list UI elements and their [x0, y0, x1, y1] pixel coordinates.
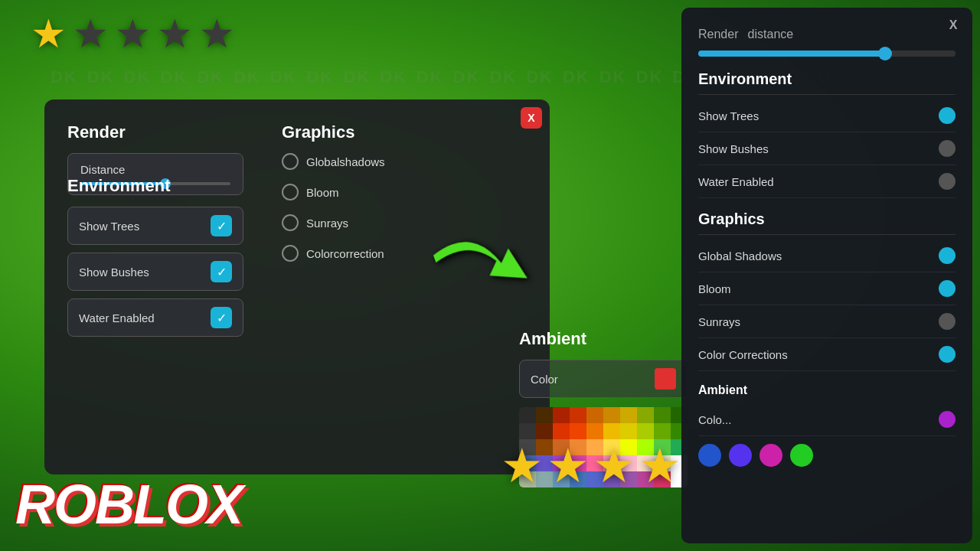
- right-show-trees-toggle[interactable]: [939, 107, 956, 124]
- left-water-enabled-checkbox[interactable]: ✓: [211, 307, 232, 328]
- left-show-trees-label: Show Trees: [79, 220, 139, 233]
- right-bloom-label: Bloom: [698, 282, 731, 295]
- right-color-corrections-row: Color Corrections: [698, 338, 956, 371]
- right-render-title: Render distance: [698, 23, 956, 43]
- stars-bottom-row: ★ ★ ★ ★: [501, 442, 681, 490]
- left-show-trees-checkbox[interactable]: ✓: [211, 215, 232, 236]
- palette-color-cell[interactable]: [637, 407, 654, 423]
- left-colorcorrection-item: Colorcorrection: [282, 245, 385, 262]
- right-ambient-section: Ambient Colo...: [698, 383, 956, 467]
- palette-color-cell[interactable]: [570, 423, 586, 439]
- right-environment-title: Environment: [698, 70, 956, 88]
- left-show-bushes-item: Show Bushes ✓: [67, 253, 243, 291]
- right-global-shadows-label: Global Shadows: [698, 249, 782, 262]
- palette-color-cell[interactable]: [536, 423, 553, 439]
- palette-color-cell[interactable]: [654, 407, 671, 423]
- palette-color-cell[interactable]: [570, 407, 586, 423]
- right-water-enabled-label: Water Enabled: [698, 175, 774, 188]
- palette-color-cell[interactable]: [519, 407, 536, 423]
- right-sunrays-toggle[interactable]: [939, 313, 956, 330]
- stars-bottom-4: ★: [639, 442, 681, 490]
- roblox-logo-text: ROBLOX: [15, 473, 242, 536]
- palette-color-cell[interactable]: [603, 407, 620, 423]
- right-ambient-color-row: Colo...: [698, 403, 956, 436]
- left-colorcorrection-radio[interactable]: [282, 245, 299, 262]
- left-render-slider-label: Distance: [80, 163, 230, 176]
- right-color-corrections-toggle[interactable]: [939, 346, 956, 363]
- right-global-shadows-row: Global Shadows: [698, 240, 956, 272]
- left-water-enabled-item: Water Enabled ✓: [67, 298, 243, 337]
- palette-color-cell[interactable]: [654, 423, 671, 439]
- palette-color-cell[interactable]: [586, 423, 603, 439]
- graphics-divider: [698, 234, 956, 235]
- left-show-trees-item: Show Trees ✓: [67, 207, 243, 245]
- palette-color-cell[interactable]: [637, 423, 654, 439]
- left-bloom-label: Bloom: [306, 186, 339, 199]
- right-ambient-color-partial-label: Colo...: [698, 413, 731, 426]
- stars-bottom-1: ★: [501, 442, 544, 490]
- left-ambient-color-swatch[interactable]: [655, 368, 676, 390]
- right-render-slider-thumb: [878, 47, 892, 60]
- right-ambient-title: Ambient: [698, 383, 956, 397]
- left-bloom-item: Bloom: [282, 184, 385, 201]
- left-ambient-color-label: Color: [531, 373, 558, 386]
- right-water-enabled-toggle[interactable]: [939, 173, 956, 190]
- right-settings-panel: X Render distance Environment Show Trees…: [681, 8, 972, 543]
- left-show-bushes-checkbox[interactable]: ✓: [211, 261, 232, 282]
- right-ambient-toggle[interactable]: [939, 411, 956, 428]
- stars-bottom-3: ★: [593, 442, 635, 490]
- roblox-logo: ROBLOX: [15, 473, 242, 536]
- left-sunrays-item: Sunrays: [282, 214, 385, 231]
- right-sunrays-row: Sunrays: [698, 305, 956, 338]
- left-colorcorrection-label: Colorcorrection: [306, 247, 384, 260]
- star-5: ★: [199, 14, 235, 54]
- left-water-enabled-label: Water Enabled: [79, 311, 155, 324]
- star-3: ★: [115, 14, 151, 54]
- palette-color-cell[interactable]: [620, 423, 637, 439]
- star-2: ★: [73, 14, 109, 54]
- right-global-shadows-toggle[interactable]: [939, 247, 956, 264]
- right-show-bushes-label: Show Bushes: [698, 142, 769, 155]
- right-bloom-row: Bloom: [698, 272, 956, 305]
- right-environment-section: Environment Show Trees Show Bushes Water…: [698, 70, 956, 198]
- right-color-corrections-label: Color Corrections: [698, 348, 788, 361]
- left-ambient-color-box: Color: [519, 360, 688, 398]
- stars-bottom-2: ★: [547, 442, 590, 490]
- palette-color-cell[interactable]: [586, 407, 603, 423]
- palette-color-cell[interactable]: [620, 407, 637, 423]
- right-show-trees-row: Show Trees: [698, 99, 956, 132]
- left-sunrays-label: Sunrays: [306, 217, 348, 230]
- right-render-slider-track[interactable]: [698, 51, 956, 57]
- left-bloom-radio[interactable]: [282, 184, 299, 201]
- star-4: ★: [157, 14, 193, 54]
- left-show-bushes-label: Show Bushes: [79, 266, 149, 279]
- right-show-bushes-toggle[interactable]: [939, 140, 956, 157]
- left-globalshadows-radio[interactable]: [282, 153, 299, 170]
- palette-color-cell[interactable]: [519, 423, 536, 439]
- right-render-section: Render distance: [698, 23, 956, 57]
- right-swatch-pink[interactable]: [760, 444, 782, 467]
- right-graphics-title: Graphics: [698, 210, 956, 228]
- right-sunrays-label: Sunrays: [698, 315, 740, 328]
- right-swatch-blue[interactable]: [698, 444, 721, 467]
- right-close-button[interactable]: X: [943, 15, 963, 35]
- left-graphics-title: Graphics: [282, 122, 385, 142]
- palette-color-cell[interactable]: [603, 423, 620, 439]
- star-1: ★: [31, 14, 67, 54]
- right-swatch-purple[interactable]: [729, 444, 752, 467]
- left-graphics-section: Graphics Globalshadows Bloom Sunrays Col…: [282, 122, 385, 276]
- palette-color-cell[interactable]: [553, 407, 570, 423]
- right-swatch-green[interactable]: [790, 444, 813, 467]
- left-close-button[interactable]: X: [521, 107, 542, 129]
- left-sunrays-radio[interactable]: [282, 214, 299, 231]
- right-render-subtitle: distance: [748, 28, 794, 41]
- environment-divider: [698, 94, 956, 95]
- right-color-swatches-row: [698, 444, 956, 467]
- right-show-trees-label: Show Trees: [698, 109, 759, 122]
- right-bloom-toggle[interactable]: [939, 280, 956, 297]
- palette-color-cell[interactable]: [553, 423, 570, 439]
- right-show-bushes-row: Show Bushes: [698, 132, 956, 165]
- left-environment-title: Environment: [67, 176, 243, 196]
- palette-color-cell[interactable]: [536, 407, 553, 423]
- stars-top-row: ★ ★ ★ ★ ★: [31, 14, 235, 54]
